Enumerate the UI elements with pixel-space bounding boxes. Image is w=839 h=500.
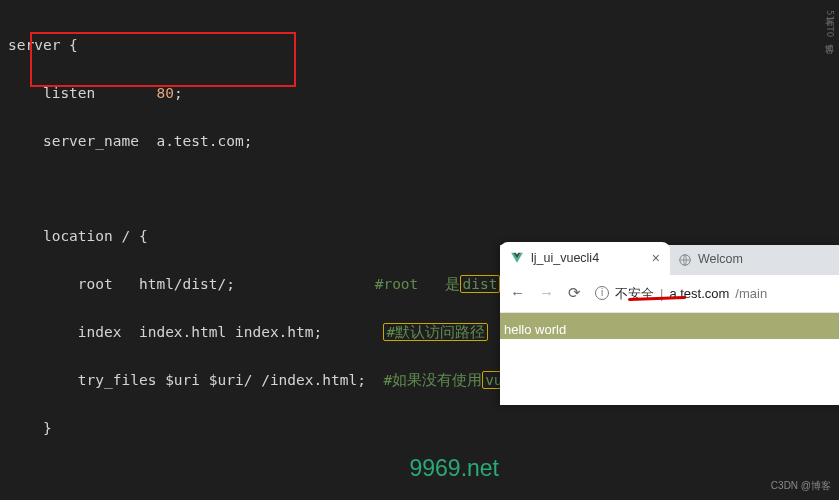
watermark-corner: C3DN @博客	[771, 478, 831, 495]
page-text: hello world	[504, 322, 566, 337]
vue-icon	[510, 251, 524, 265]
browser-tab-inactive[interactable]: Welcom	[670, 244, 751, 275]
watermark-center: 9969.net	[409, 450, 499, 488]
url-domain: a.test.com	[669, 283, 729, 304]
browser-toolbar: ← → ⟳ i 不安全 | a.test.com/main	[500, 275, 839, 313]
page-content: hello world	[500, 313, 839, 339]
watermark-side: 看51CTO博客	[822, 10, 837, 37]
close-icon[interactable]: ×	[652, 247, 660, 270]
globe-icon	[678, 253, 692, 267]
url-path: /main	[735, 283, 767, 304]
tab-title: Welcom	[698, 249, 743, 270]
forward-button[interactable]: →	[539, 281, 554, 306]
code-line	[8, 177, 831, 201]
reload-button[interactable]: ⟳	[568, 281, 581, 306]
tab-bar: lj_ui_vuecli4 × Welcom	[500, 245, 839, 275]
code-line: server_name a.test.com;	[8, 130, 831, 154]
back-button[interactable]: ←	[510, 281, 525, 306]
tab-title: lj_ui_vuecli4	[531, 248, 599, 269]
browser-tab-active[interactable]: lj_ui_vuecli4 ×	[500, 242, 670, 275]
security-label: 不安全	[615, 283, 654, 304]
code-line: }	[8, 417, 831, 441]
separator: |	[660, 283, 663, 304]
code-line: listen 80;	[8, 82, 831, 106]
browser-window: lj_ui_vuecli4 × Welcom ← → ⟳ i 不安全 | a.t…	[500, 245, 839, 405]
info-icon[interactable]: i	[595, 286, 609, 300]
code-line: server {	[8, 34, 831, 58]
